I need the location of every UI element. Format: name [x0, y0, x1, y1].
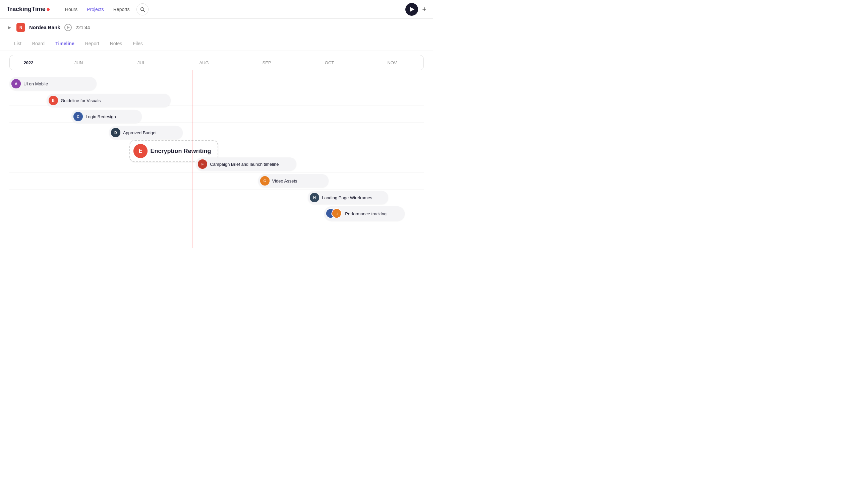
- timeline-jun: JUN: [47, 55, 110, 70]
- row-sep-4: [9, 139, 424, 139]
- expand-button[interactable]: ▶: [7, 24, 12, 31]
- avatar-video: G: [260, 176, 269, 185]
- timer-play-icon: [67, 26, 70, 29]
- svg-text:B: B: [52, 99, 55, 102]
- timeline-container: 2022 JUN JUL AUG SEP OCT NOV A UI on Mob…: [0, 51, 433, 252]
- avatar-ui-mobile: A: [11, 79, 21, 89]
- header-right: +: [406, 3, 426, 16]
- row-sep-6: [9, 172, 424, 173]
- search-button[interactable]: [136, 3, 148, 15]
- task-label-ui-mobile: UI on Mobile: [23, 81, 48, 87]
- main-nav: Hours Projects Reports: [61, 5, 134, 14]
- svg-text:C: C: [77, 115, 79, 118]
- project-icon: N: [16, 23, 25, 32]
- logo-icon: ●: [46, 5, 50, 13]
- svg-text:F: F: [201, 162, 204, 166]
- svg-text:G: G: [263, 179, 266, 183]
- svg-text:H: H: [313, 196, 316, 199]
- play-icon: [410, 7, 414, 12]
- task-row-performance[interactable]: I J Performance tracking: [324, 206, 405, 221]
- timeline-jul: JUL: [110, 55, 173, 70]
- tab-list[interactable]: List: [9, 39, 26, 48]
- task-label-login: Login Redesign: [86, 114, 116, 119]
- task-row-video[interactable]: G Video Assets: [258, 174, 329, 187]
- task-row-login[interactable]: C Login Redesign: [71, 110, 142, 123]
- timeline-body: A UI on Mobile B Guideline for Visuals C…: [9, 70, 424, 248]
- row-sep-9: [9, 223, 424, 223]
- global-play-button[interactable]: [406, 3, 418, 16]
- tab-timeline[interactable]: Timeline: [51, 39, 79, 48]
- avatar-guideline: B: [48, 96, 58, 105]
- svg-text:J: J: [337, 212, 338, 216]
- tab-notes[interactable]: Notes: [105, 39, 127, 48]
- logo-text: TrackingTime: [7, 6, 46, 13]
- svg-text:A: A: [15, 82, 18, 86]
- avatar-performance-double: I J: [325, 208, 342, 219]
- today-line: [192, 70, 192, 248]
- row-sep-7: [9, 189, 424, 190]
- task-label-video: Video Assets: [272, 179, 297, 184]
- task-row-landing[interactable]: H Landing Page Wireframes: [308, 191, 388, 204]
- timeline-aug: AUG: [173, 55, 235, 70]
- timeline-year: 2022: [10, 55, 47, 70]
- project-timer-button[interactable]: [64, 24, 72, 31]
- avatar-budget: D: [111, 128, 120, 137]
- project-bar: ▶ N Nordea Bank 221:44: [0, 19, 433, 36]
- project-name: Nordea Bank: [29, 24, 60, 30]
- svg-text:D: D: [114, 130, 117, 135]
- task-row-campaign[interactable]: F Campaign Brief and launch timeline: [196, 157, 296, 171]
- tab-board[interactable]: Board: [27, 39, 49, 48]
- timeline-nov: NOV: [361, 55, 423, 70]
- svg-line-1: [144, 10, 145, 12]
- view-tabs: List Board Timeline Report Notes Files: [0, 36, 433, 51]
- task-label-landing: Landing Page Wireframes: [322, 195, 372, 200]
- task-label-guideline: Guideline for Visuals: [61, 98, 101, 103]
- timeline-oct: OCT: [298, 55, 361, 70]
- task-row-guideline[interactable]: B Guideline for Visuals: [47, 94, 171, 107]
- tab-files[interactable]: Files: [128, 39, 147, 48]
- timer-value: 221:44: [76, 25, 90, 30]
- task-label-budget: Approved Budget: [123, 130, 157, 135]
- nav-projects[interactable]: Projects: [83, 5, 108, 14]
- task-row-budget[interactable]: D Approved Budget: [109, 126, 183, 139]
- app-logo[interactable]: TrackingTime ●: [7, 5, 50, 13]
- task-row-ui-mobile[interactable]: A UI on Mobile: [9, 77, 97, 90]
- nav-hours[interactable]: Hours: [61, 5, 81, 14]
- add-button[interactable]: +: [422, 6, 426, 13]
- avatar-encryption: E: [133, 144, 147, 158]
- timeline-header: 2022 JUN JUL AUG SEP OCT NOV: [9, 55, 424, 70]
- svg-text:E: E: [139, 148, 143, 154]
- avatar-landing: H: [310, 193, 319, 202]
- task-label-encryption: Encryption Rewriting: [150, 148, 211, 155]
- timeline-sep: SEP: [235, 55, 298, 70]
- task-label-campaign: Campaign Brief and launch timeline: [210, 162, 279, 167]
- nav-reports[interactable]: Reports: [109, 5, 134, 14]
- task-label-performance: Performance tracking: [345, 211, 387, 216]
- avatar-campaign: F: [198, 159, 207, 169]
- avatar-login: C: [74, 112, 83, 121]
- tab-report[interactable]: Report: [80, 39, 104, 48]
